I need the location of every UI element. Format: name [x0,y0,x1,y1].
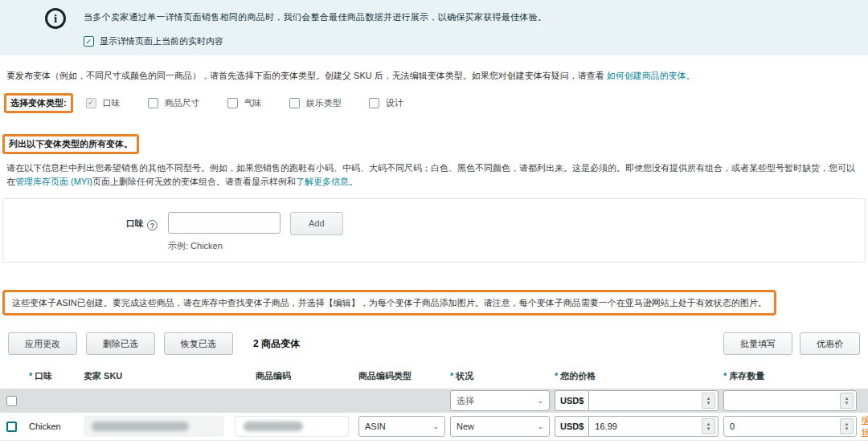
asin-created-notice: 这些变体子ASIN已创建。要完成这些商品，请在库存中查找变体子商品，并选择【编辑… [12,298,767,308]
stepper-icon[interactable]: ▲▼ [840,393,854,409]
add-button[interactable]: Add [290,212,343,235]
scent-checkbox[interactable] [227,98,238,108]
table-toolbar: 应用更改 删除已选 恢复已选 2 商品变体 批量填写 优惠价 [8,332,860,355]
bulk-apply-row: 选择 ⌄ USD$ ▲▼ ▲▼ [0,389,868,413]
quantity-input[interactable]: 0 ▲▼ [723,416,857,437]
stepper-icon[interactable]: ▲▼ [702,418,715,434]
flavor-input-label: 口味 [126,218,144,228]
design-checkbox[interactable] [369,98,379,108]
variation-option-size[interactable]: 商品尺寸 [148,97,200,109]
info-icon: i [45,8,66,29]
header-sku: 卖家 SKU [84,370,230,382]
bulk-quantity-input[interactable]: ▲▼ [723,390,857,411]
list-variations-body: 请在以下信息栏中列出您希望销售的其他不同型号。例如，如果您销售的跑鞋有小码、中码… [6,161,862,189]
table-header-row: *口味 卖家 SKU 商品编码 商品编码类型 *状况 *您的价格 *库存数量 [0,365,868,389]
header-flavor: *口味 [29,370,79,382]
price-input[interactable]: 16.99 ▲▼ [588,416,719,437]
list-body-text-3: 。 [349,177,358,186]
genre-checkbox-label: 娱乐类型 [306,97,342,109]
annotation-box-variation-type: 选择变体类型: [4,93,73,113]
design-checkbox-label: 设计 [386,97,403,109]
row-checkbox[interactable] [6,422,17,432]
flavor-checkbox[interactable]: ✓ [86,98,96,108]
edit-link[interactable]: 编辑 [862,414,868,438]
sku-cell-redacted[interactable] [84,416,224,437]
size-checkbox[interactable] [148,98,158,108]
info-banner: i 当多个卖家通过单一详情页面销售相同的商品时，我们会整合最佳商品数据并进行展示… [0,0,868,55]
variation-type-label: 选择变体类型: [10,98,67,108]
variant-count-label: 2 商品变体 [253,337,300,351]
flavor-form-card: 口味? Add 示例: Chicken [2,198,866,263]
chevron-down-icon: ⌄ [537,397,543,405]
variant-table: *口味 卖家 SKU 商品编码 商品编码类型 *状况 *您的价格 *库存数量 选… [0,365,868,444]
bulk-condition-select[interactable]: 选择 ⌄ [450,390,550,411]
header-price: *您的价格 [555,370,719,382]
flavor-input[interactable] [168,212,280,234]
genre-checkbox[interactable] [289,98,300,108]
variation-option-design[interactable]: 设计 [369,97,403,109]
variation-option-scent[interactable]: 气味 [227,97,262,109]
show-live-content-label: 显示详情页面上当前的实时内容 [100,35,223,47]
show-live-content-checkbox[interactable]: ✓ [84,36,94,47]
header-code: 商品编码 [235,370,354,382]
restore-selected-button[interactable]: 恢复已选 [164,332,233,355]
code-type-select[interactable]: ASIN ⌄ [358,416,445,437]
bulk-fill-button[interactable]: 批量填写 [723,332,792,355]
variation-option-flavor[interactable]: ✓ 口味 [86,97,121,109]
flavor-cell: Chicken [29,422,61,431]
delete-selected-button[interactable]: 删除已选 [86,332,155,355]
apply-changes-button[interactable]: 应用更改 [8,332,77,355]
stepper-icon[interactable]: ▲▼ [840,418,854,434]
annotation-box-asin-notice: 这些变体子ASIN已创建。要完成这些商品，请在库存中查找变体子商品，并选择【编辑… [2,290,776,316]
learn-more-link[interactable]: 了解更多信息 [296,177,349,186]
header-condition: *状况 [450,370,550,382]
how-to-create-variation-link[interactable]: 如何创建商品的变体。 [607,71,695,80]
size-checkbox-label: 商品尺寸 [165,97,200,109]
chevron-down-icon: ⌄ [432,422,439,430]
manage-inventory-link[interactable]: 管理库存页面 (MYI) [15,177,92,186]
condition-select[interactable]: New ⌄ [450,416,550,437]
variation-intro: 要发布变体（例如，不同尺寸或颜色的同一商品），请首先选择下面的变体类型。创建父 … [6,69,862,83]
code-cell-redacted[interactable] [235,416,349,437]
bulk-row-checkbox[interactable] [6,396,17,406]
banner-message: 当多个卖家通过单一详情页面销售相同的商品时，我们会整合最佳商品数据并进行展示，以… [84,8,547,23]
list-variations-heading: 列出以下变体类型的所有变体。 [9,139,133,149]
table-row-duck: Duck ASIN ⌄ New ⌄ USD$ 16.99 ▲▼ [0,441,868,444]
annotation-box-list-heading: 列出以下变体类型的所有变体。 [2,134,139,154]
variation-option-genre[interactable]: 娱乐类型 [289,97,342,109]
help-icon[interactable]: ? [147,220,158,230]
scent-checkbox-label: 气味 [244,97,262,109]
sale-price-button[interactable]: 优惠价 [800,332,860,355]
chevron-down-icon: ⌄ [537,422,543,430]
flavor-checkbox-label: 口味 [103,97,121,109]
header-quantity: *库存数量 [723,370,857,382]
header-code-type: 商品编码类型 [358,370,445,382]
bulk-price-input[interactable]: ▲▼ [588,390,719,411]
flavor-example-text: 示例: Chicken [168,240,865,252]
bulk-currency-label: USD$ [555,390,588,411]
intro-text: 要发布变体（例如，不同尺寸或颜色的同一商品），请首先选择下面的变体类型。创建父 … [6,71,607,80]
currency-label: USD$ [555,416,588,437]
stepper-icon[interactable]: ▲▼ [702,393,715,409]
table-row-chicken: Chicken ASIN ⌄ New ⌄ USD$ 16.99 ▲▼ [0,413,868,441]
variation-type-row: 选择变体类型: ✓ 口味 商品尺寸 气味 娱乐类型 设计 [4,93,868,113]
list-body-text-2: 页面上删除任何无效的变体组合。请查看显示样例和 [92,177,296,186]
